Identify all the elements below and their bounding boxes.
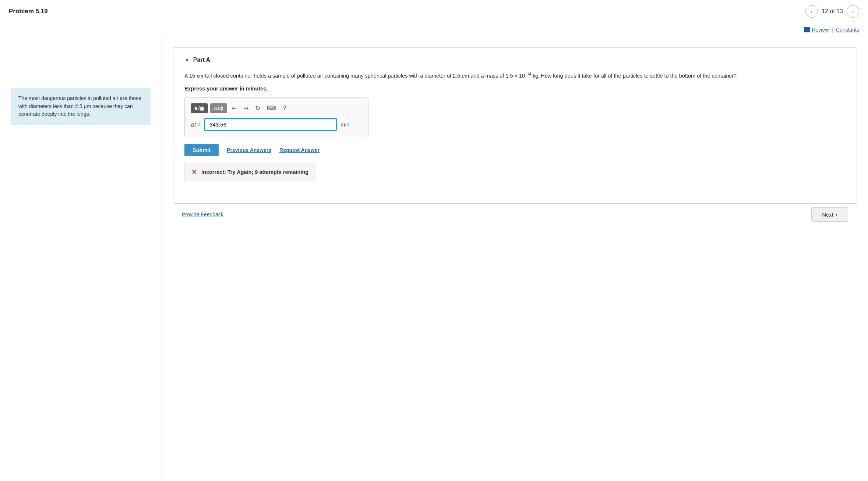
separator: | <box>832 27 833 33</box>
next-chevron-icon: › <box>836 211 837 218</box>
unit-label: min <box>341 121 349 128</box>
review-link[interactable]: Review <box>804 27 829 33</box>
error-box: ✕ Incorrect; Try Again; 9 attempts remai… <box>184 163 315 181</box>
error-icon: ✕ <box>191 168 197 176</box>
answer-input[interactable] <box>204 118 337 131</box>
math-toolbar: ■√▣ ΑΣϕ ↩ ↪ ↻ ⌨ ? <box>191 103 362 114</box>
keyboard-button[interactable]: ⌨ <box>265 103 278 114</box>
header: Problem 5.19 ‹ 12 of 13 › <box>0 0 868 23</box>
sidebar-note: The most dangerous particles in polluted… <box>11 88 151 125</box>
action-row: Submit Previous Answers Request Answer <box>184 144 846 156</box>
express-label: Express your answer in minutes. <box>184 86 846 92</box>
matrix-button[interactable]: ■√▣ <box>191 103 208 113</box>
symbol-button[interactable]: ΑΣϕ <box>210 103 227 113</box>
next-button[interactable]: Next › <box>811 207 848 222</box>
main-layout: The most dangerous particles in polluted… <box>0 36 868 481</box>
reset-button[interactable]: ↻ <box>253 103 262 114</box>
question-text: A 15-cm-tall closed container holds a sa… <box>184 71 846 81</box>
part-a-title: Part A <box>193 57 211 63</box>
sidebar: The most dangerous particles in polluted… <box>0 36 162 481</box>
next-nav-button[interactable]: › <box>847 5 859 18</box>
provide-feedback-link[interactable]: Provide Feedback <box>182 211 223 217</box>
submit-button[interactable]: Submit <box>184 144 219 156</box>
delta-label: Δt = <box>191 121 201 128</box>
review-icon <box>804 27 810 32</box>
constants-link[interactable]: Constants <box>836 27 859 33</box>
undo-button[interactable]: ↩ <box>229 103 239 114</box>
part-a-card: ▼ Part A A 15-cm-tall closed container h… <box>173 47 857 204</box>
previous-answers-link[interactable]: Previous Answers <box>227 147 271 153</box>
nav-counter: 12 of 13 <box>822 8 843 15</box>
answer-row: Δt = min <box>191 118 362 131</box>
bottom-bar: Provide Feedback Next › <box>173 204 857 225</box>
redo-button[interactable]: ↪ <box>241 103 251 114</box>
help-button[interactable]: ? <box>280 103 288 113</box>
content-area: ▼ Part A A 15-cm-tall closed container h… <box>162 36 868 481</box>
problem-title: Problem 5.19 <box>9 8 48 15</box>
math-input-area: ■√▣ ΑΣϕ ↩ ↪ ↻ ⌨ ? Δt = min <box>184 97 368 137</box>
part-a-header: ▼ Part A <box>184 57 846 63</box>
collapse-arrow-icon[interactable]: ▼ <box>184 57 190 63</box>
links-bar: Review | Constants <box>0 23 868 36</box>
header-nav: ‹ 12 of 13 › <box>805 5 859 18</box>
error-message: Incorrect; Try Again; 9 attempts remaini… <box>201 169 308 175</box>
request-answer-link[interactable]: Request Answer <box>279 147 320 153</box>
prev-nav-button[interactable]: ‹ <box>805 5 818 18</box>
